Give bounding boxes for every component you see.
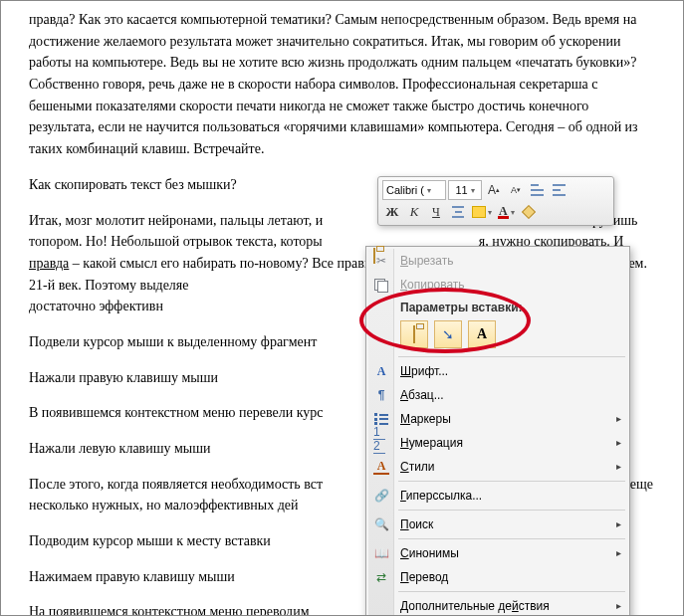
- submenu-arrow-icon: ▸: [616, 461, 621, 472]
- menu-item-paragraph[interactable]: ¶ Абзац...: [368, 383, 627, 407]
- grow-font-icon: A: [488, 183, 496, 197]
- menu-item-numbering[interactable]: 1—2— Нумерация ▸: [368, 431, 627, 455]
- copy-icon: [373, 277, 389, 293]
- numbering-icon: 1—2—: [373, 435, 389, 451]
- menu-item-label: Дополнительные действия: [400, 599, 550, 613]
- paragraph-icon: ¶: [373, 387, 389, 403]
- menu-item-label: Копировать: [400, 278, 465, 292]
- font-family-value: Calibri (: [386, 184, 424, 196]
- text: Итак, мозг молотит нейронами, пальцы лет…: [29, 213, 323, 228]
- menu-item-label: Маркеры: [400, 412, 451, 426]
- grow-font-button[interactable]: A▴: [484, 180, 504, 200]
- submenu-arrow-icon: ▸: [616, 547, 621, 558]
- highlight-button[interactable]: [470, 202, 494, 222]
- align-center-button[interactable]: [448, 202, 468, 222]
- paste-options: ➘ A: [368, 316, 627, 354]
- shrink-font-button[interactable]: A▾: [506, 180, 526, 200]
- font-family-combo[interactable]: Calibri (▾: [382, 180, 446, 200]
- paste-text-only-button[interactable]: A: [468, 320, 496, 348]
- highlight-icon: [472, 206, 486, 218]
- menu-item-cut[interactable]: ✂ Вырезать: [368, 249, 627, 273]
- submenu-arrow-icon: ▸: [616, 600, 621, 611]
- paste-merge-button[interactable]: ➘: [434, 320, 462, 348]
- paste-keep-source-icon: [413, 326, 415, 342]
- styles-icon: A: [373, 459, 389, 475]
- menu-item-more-actions[interactable]: Дополнительные действия ▸: [368, 594, 627, 616]
- menu-item-synonyms[interactable]: 📖 Синонимы ▸: [368, 541, 627, 565]
- paste-text-only-icon: A: [477, 326, 487, 342]
- format-painter-button[interactable]: [519, 202, 539, 222]
- paste-merge-icon: ➘: [442, 326, 454, 342]
- menu-item-copy[interactable]: Копировать: [368, 273, 627, 297]
- text: На появившемся контекстном меню переводи…: [29, 604, 310, 616]
- menu-item-label: Гиперссылка...: [400, 489, 482, 503]
- menu-item-label: Стили: [400, 460, 435, 474]
- decrease-indent-button[interactable]: [528, 180, 548, 200]
- paragraph: правда? Как это касается компьютерной те…: [29, 9, 655, 160]
- font-icon: A: [373, 363, 389, 379]
- menu-separator: [398, 591, 625, 592]
- submenu-arrow-icon: ▸: [616, 518, 621, 529]
- thesaurus-icon: 📖: [373, 545, 389, 561]
- menu-item-label: Нумерация: [400, 436, 463, 450]
- menu-item-translate[interactable]: ⇄ Перевод: [368, 565, 627, 589]
- paste-options-header: Параметры вставки:: [368, 297, 627, 316]
- font-color-icon: A: [498, 206, 509, 219]
- menu-item-label: Абзац...: [400, 388, 444, 402]
- menu-item-search[interactable]: 🔍 Поиск ▸: [368, 513, 627, 536]
- menu-item-label: Поиск: [400, 517, 433, 531]
- mini-toolbar: Calibri (▾ 11▾ A▴ A▾ Ж К Ч A: [377, 176, 614, 226]
- hyperlink-icon: 🔗: [373, 488, 389, 504]
- font-size-value: 11: [455, 184, 467, 196]
- menu-item-styles[interactable]: A Стили ▸: [368, 455, 627, 479]
- increase-indent-icon: [553, 184, 567, 196]
- menu-separator: [398, 356, 625, 357]
- bold-button[interactable]: Ж: [382, 202, 402, 222]
- menu-item-label: Синонимы: [400, 546, 459, 560]
- paste-keep-source-button[interactable]: [400, 320, 428, 348]
- scissors-icon: ✂: [373, 253, 389, 269]
- text: Подводим курсор мыши к месту вставки: [29, 533, 271, 548]
- menu-separator: [398, 538, 625, 539]
- format-painter-icon: [522, 205, 536, 219]
- menu-item-label: Шрифт...: [400, 364, 448, 378]
- font-color-button[interactable]: A: [496, 202, 517, 222]
- decrease-indent-icon: [531, 184, 545, 196]
- menu-item-label: Вырезать: [400, 254, 453, 268]
- menu-item-font[interactable]: A Шрифт...: [368, 359, 627, 383]
- submenu-arrow-icon: ▸: [616, 413, 621, 424]
- font-size-combo[interactable]: 11▾: [448, 180, 482, 200]
- menu-separator: [398, 481, 625, 482]
- text-underlined: правда: [29, 256, 69, 271]
- menu-item-label: Перевод: [400, 570, 448, 584]
- text: В появившемся контекстном меню перевели …: [29, 405, 324, 420]
- text: Нажали левую клавишу мыши: [29, 441, 211, 456]
- translate-icon: ⇄: [373, 569, 389, 585]
- italic-button[interactable]: К: [404, 202, 424, 222]
- search-icon: 🔍: [373, 516, 389, 532]
- text: После этого, когда появляется необходимо…: [29, 477, 323, 492]
- submenu-arrow-icon: ▸: [616, 437, 621, 448]
- text: Нажали правую клавишу мыши: [29, 370, 218, 385]
- menu-item-bullets[interactable]: Маркеры ▸: [368, 407, 627, 431]
- text: Подвели курсор мыши к выделенному фрагме…: [29, 334, 317, 349]
- increase-indent-button[interactable]: [550, 180, 570, 200]
- underline-button[interactable]: Ч: [426, 202, 446, 222]
- text: Нажимаем правую клавишу мыши: [29, 569, 235, 584]
- clipboard-icon: [373, 249, 375, 263]
- context-menu: ✂ Вырезать Копировать Параметры вставки:…: [365, 246, 630, 616]
- text: Как скопировать текст без мышки?: [29, 177, 237, 192]
- chevron-down-icon: ▾: [471, 186, 475, 195]
- text: правда? Как это касается компьютерной те…: [29, 12, 638, 156]
- menu-separator: [398, 510, 625, 511]
- chevron-down-icon: ▾: [427, 186, 431, 195]
- align-center-icon: [451, 206, 465, 218]
- menu-item-hyperlink[interactable]: 🔗 Гиперссылка...: [368, 484, 627, 508]
